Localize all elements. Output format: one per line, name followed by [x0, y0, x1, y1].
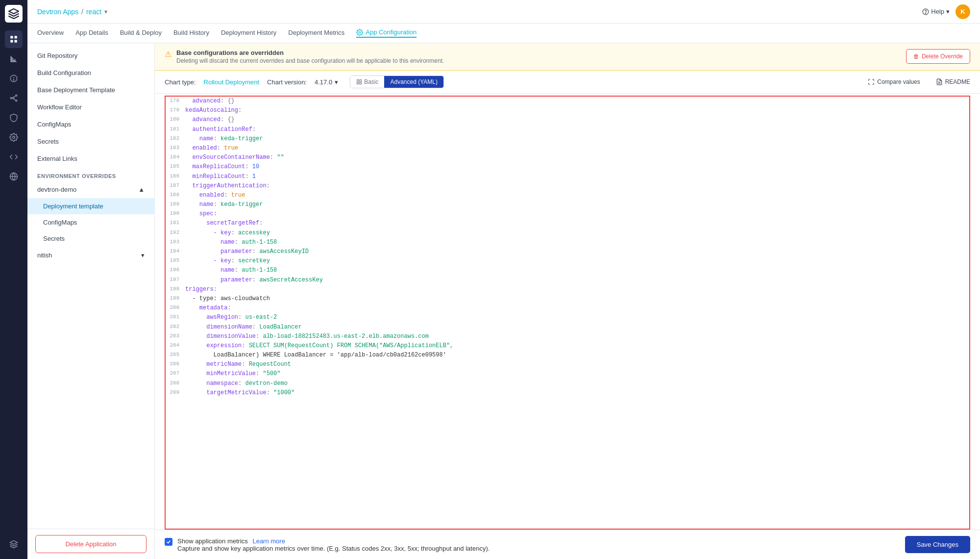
- help-button[interactable]: Help ▾: [922, 8, 950, 15]
- delete-app-button[interactable]: Delete Application: [35, 535, 147, 553]
- line-content: metricName: RequestCount: [185, 360, 967, 369]
- line-content: triggerAuthentication:: [185, 181, 967, 191]
- line-content: spec:: [185, 209, 967, 219]
- line-number: 190: [168, 209, 185, 218]
- sidebar-item-git-repository[interactable]: Git Repository: [27, 47, 154, 64]
- sidebar-section-env-overrides: ENVIRONMENT OVERRIDES: [27, 167, 154, 181]
- line-number: 183: [168, 144, 185, 152]
- chart-version-dropdown[interactable]: 4.17.0 ▾: [315, 78, 338, 86]
- line-number: 186: [168, 172, 185, 181]
- sidebar-sub-secrets[interactable]: Secrets: [27, 230, 154, 247]
- nav-apps-icon[interactable]: [5, 30, 23, 48]
- svg-rect-2: [10, 40, 13, 43]
- line-content: name: keda-trigger: [185, 134, 967, 144]
- line-content: - key: accesskey: [185, 229, 967, 238]
- header-right: Help ▾ K: [922, 4, 970, 19]
- warning-banner: ⚠ Base configurations are overridden Del…: [155, 43, 980, 71]
- tab-deployment-history[interactable]: Deployment History: [221, 29, 276, 37]
- line-number: 178: [168, 97, 185, 105]
- code-line-190: 190 spec:: [166, 209, 969, 219]
- line-number: 187: [168, 181, 185, 190]
- code-editor[interactable]: 178 advanced: {}179kedaAutoscaling:180 a…: [165, 96, 970, 530]
- warning-content: ⚠ Base configurations are overridden Del…: [165, 49, 444, 64]
- tab-build-deploy[interactable]: Build & Deploy: [120, 29, 162, 37]
- line-content: awsRegion: us-east-2: [185, 313, 967, 322]
- breadcrumb-project[interactable]: react: [86, 8, 101, 16]
- code-line-209: 209 targetMetricValue: "1000": [166, 388, 969, 398]
- svg-point-6: [13, 79, 14, 80]
- breadcrumb-app[interactable]: Devtron Apps: [37, 8, 78, 16]
- breadcrumb-chevron-icon: ▾: [104, 8, 107, 15]
- env-collapse-icon: ▲: [138, 186, 145, 193]
- warning-title: Base configurations are overridden: [176, 49, 444, 56]
- nav-alert-icon[interactable]: [5, 70, 23, 87]
- tab-overview[interactable]: Overview: [37, 29, 64, 37]
- nav-chart-icon[interactable]: [5, 50, 23, 68]
- code-line-208: 208 namespace: devtron-demo: [166, 379, 969, 388]
- sidebar-item-base-deployment-template[interactable]: Base Deployment Template: [27, 81, 154, 99]
- code-line-193: 193 name: auth-1-158: [166, 238, 969, 247]
- code-line-199: 199 - type: aws-cloudwatch: [166, 294, 969, 304]
- show-metrics-checkbox[interactable]: [165, 538, 172, 546]
- left-sidebar: Git Repository Build Configuration Base …: [27, 43, 155, 559]
- svg-point-8: [16, 95, 17, 96]
- line-content: parameter: awsAccessKeyID: [185, 247, 967, 256]
- code-line-198: 198triggers:: [166, 285, 969, 294]
- nav-workflow-icon[interactable]: [5, 89, 23, 107]
- line-number: 189: [168, 200, 185, 209]
- compare-values-button[interactable]: Compare values: [868, 78, 920, 85]
- sidebar-item-build-configuration[interactable]: Build Configuration: [27, 64, 154, 81]
- readme-button[interactable]: README: [936, 78, 970, 85]
- tab-build-history[interactable]: Build History: [173, 29, 209, 37]
- tab-app-configuration[interactable]: App Configuration: [356, 28, 416, 38]
- line-number: 209: [168, 388, 185, 397]
- line-content: envSourceContainerName: "": [185, 153, 967, 162]
- learn-more-link[interactable]: Learn more: [252, 537, 285, 545]
- warning-text: Base configurations are overridden Delet…: [176, 49, 444, 64]
- metrics-text: Show application metrics Learn more Capt…: [177, 537, 490, 552]
- advanced-yaml-button[interactable]: Advanced (YAML): [384, 76, 443, 88]
- line-number: 197: [168, 276, 185, 284]
- nav-security-icon[interactable]: [5, 109, 23, 127]
- save-changes-button[interactable]: Save Changes: [905, 536, 970, 553]
- nav-tabs: Overview App Details Build & Deploy Buil…: [27, 24, 980, 43]
- basic-view-button[interactable]: Basic: [350, 76, 384, 88]
- breadcrumb: Devtron Apps / react ▾: [37, 8, 107, 16]
- sidebar-item-external-links[interactable]: External Links: [27, 150, 154, 167]
- sidebar-env-devtron-demo[interactable]: devtron-demo ▲: [27, 181, 154, 198]
- help-chevron-icon: ▾: [946, 8, 950, 15]
- nav-stack-icon[interactable]: [5, 535, 23, 553]
- sidebar-sub-deployment-template[interactable]: Deployment template: [27, 198, 154, 214]
- line-content: enabled: true: [185, 191, 967, 200]
- line-number: 200: [168, 304, 185, 312]
- chart-type-value: Rollout Deployment: [204, 78, 259, 86]
- code-line-183: 183 enabled: true: [166, 144, 969, 153]
- avatar[interactable]: K: [956, 4, 970, 19]
- sidebar-sub-configmaps[interactable]: ConfigMaps: [27, 214, 154, 230]
- show-metrics: Show application metrics Learn more Capt…: [165, 537, 490, 552]
- line-number: 184: [168, 153, 185, 162]
- line-content: secretTargetRef:: [185, 219, 967, 228]
- sidebar-env-nitish[interactable]: nitish ▾: [27, 247, 154, 264]
- sidebar-item-secrets[interactable]: Secrets: [27, 133, 154, 150]
- sidebar-item-configmaps[interactable]: ConfigMaps: [27, 116, 154, 133]
- code-line-200: 200 metadata:: [166, 304, 969, 313]
- readme-label: README: [945, 78, 970, 85]
- sidebar-item-workflow-editor[interactable]: Workflow Editor: [27, 99, 154, 116]
- view-toggle: Basic Advanced (YAML): [350, 76, 444, 88]
- nav-global-settings-icon[interactable]: [5, 168, 23, 185]
- nav-code-icon[interactable]: [5, 148, 23, 166]
- chart-config-bar: Chart type: Rollout Deployment Chart ver…: [155, 71, 980, 94]
- nav-settings-gear-icon[interactable]: [5, 128, 23, 146]
- line-number: 203: [168, 332, 185, 341]
- tab-deployment-metrics[interactable]: Deployment Metrics: [288, 29, 344, 37]
- icon-sidebar: [0, 0, 27, 559]
- line-number: 204: [168, 341, 185, 350]
- tab-app-details[interactable]: App Details: [75, 29, 108, 37]
- line-content: LoadBalancer) WHERE LoadBalancer = 'app/…: [185, 351, 967, 360]
- svg-rect-18: [357, 82, 359, 84]
- delete-override-button[interactable]: 🗑 Delete Override: [906, 49, 970, 64]
- line-content: metadata:: [185, 304, 967, 313]
- line-content: name: auth-1-158: [185, 266, 967, 275]
- app-logo[interactable]: [5, 5, 23, 23]
